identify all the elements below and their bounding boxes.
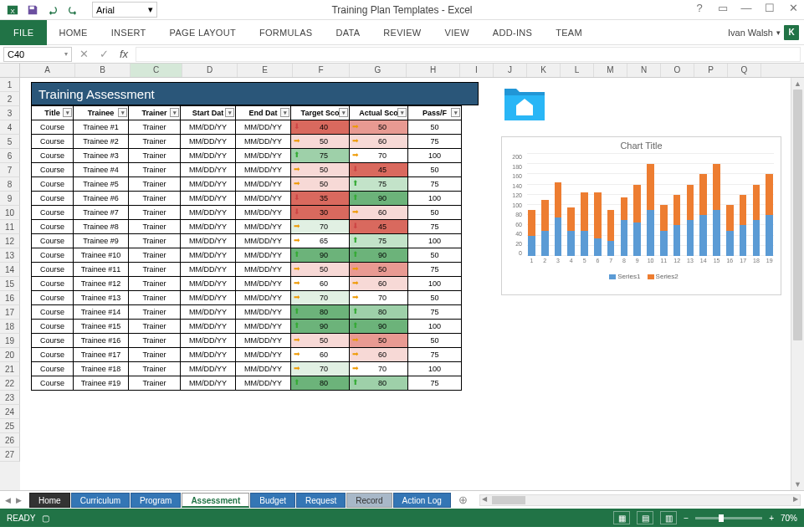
- row-header[interactable]: 22: [0, 376, 20, 391]
- column-header[interactable]: M: [594, 64, 627, 77]
- column-header-title[interactable]: Title▾: [32, 106, 74, 120]
- scroll-right-icon[interactable]: ▶: [793, 495, 798, 503]
- column-header[interactable]: D: [182, 64, 238, 77]
- row-header[interactable]: 7: [0, 163, 20, 177]
- column-header[interactable]: L: [561, 64, 594, 77]
- column-header-start-dat[interactable]: Start Dat▾: [181, 106, 236, 120]
- table-row[interactable]: CourseTrainee #17TrainerMM/DD/YYMM/DD/YY…: [32, 348, 462, 362]
- column-header[interactable]: O: [661, 64, 694, 77]
- redo-icon[interactable]: [64, 2, 82, 18]
- row-header[interactable]: 21: [0, 362, 20, 376]
- row-header[interactable]: 16: [0, 291, 20, 305]
- row-header[interactable]: 12: [0, 234, 20, 248]
- sheet-tab-assessment[interactable]: Assessment: [182, 493, 249, 508]
- chart-bar[interactable]: [580, 154, 589, 256]
- row-header[interactable]: 3: [0, 106, 20, 120]
- horizontal-scrollbar[interactable]: ◀ ▶: [479, 494, 801, 506]
- table-row[interactable]: CourseTrainee #7TrainerMM/DD/YYMM/DD/YY⬇…: [32, 206, 462, 220]
- normal-view-button[interactable]: ▦: [613, 511, 630, 524]
- table-row[interactable]: CourseTrainee #19TrainerMM/DD/YYMM/DD/YY…: [32, 376, 462, 391]
- column-header[interactable]: K: [527, 64, 561, 77]
- row-header[interactable]: 10: [0, 206, 20, 220]
- column-header-trainer[interactable]: Trainer▾: [129, 106, 181, 120]
- column-header[interactable]: F: [293, 64, 350, 77]
- column-header-trainee[interactable]: Trainee▾: [74, 106, 129, 120]
- chart-bar[interactable]: [566, 154, 576, 256]
- maximize-icon[interactable]: ☐: [762, 2, 777, 14]
- close-icon[interactable]: ✕: [786, 2, 801, 14]
- row-header[interactable]: 20: [0, 348, 20, 362]
- filter-dropdown-icon[interactable]: ▾: [118, 108, 127, 117]
- table-row[interactable]: CourseTrainee #16TrainerMM/DD/YYMM/DD/YY…: [32, 334, 462, 348]
- filter-dropdown-icon[interactable]: ▾: [397, 108, 407, 117]
- chart-bar[interactable]: [632, 154, 642, 256]
- chart-bar[interactable]: [646, 154, 655, 256]
- ribbon-tab-page-layout[interactable]: PAGE LAYOUT: [158, 20, 248, 45]
- sheet-tab-program[interactable]: Program: [131, 493, 181, 508]
- table-row[interactable]: CourseTrainee #9TrainerMM/DD/YYMM/DD/YY➡…: [32, 234, 462, 248]
- chart-bar[interactable]: [554, 154, 563, 256]
- minimize-icon[interactable]: —: [739, 2, 754, 14]
- page-layout-view-button[interactable]: ▤: [637, 511, 653, 524]
- nav-next-icon[interactable]: ▶: [14, 496, 23, 504]
- row-header[interactable]: 8: [0, 177, 20, 192]
- ribbon-options-icon[interactable]: ▭: [715, 2, 730, 14]
- zoom-out-button[interactable]: −: [684, 514, 689, 523]
- select-all-button[interactable]: [0, 64, 20, 77]
- row-header[interactable]: 13: [0, 248, 20, 263]
- sheet-tab-record[interactable]: Record: [346, 493, 392, 508]
- fx-icon[interactable]: fx: [115, 48, 132, 60]
- column-header[interactable]: J: [494, 64, 527, 77]
- zoom-in-button[interactable]: +: [769, 514, 774, 523]
- table-row[interactable]: CourseTrainee #3TrainerMM/DD/YYMM/DD/YY⬆…: [32, 149, 462, 163]
- ribbon-tab-home[interactable]: HOME: [47, 20, 99, 45]
- column-header[interactable]: P: [694, 64, 728, 77]
- help-icon[interactable]: ?: [692, 2, 707, 14]
- filter-dropdown-icon[interactable]: ▾: [280, 108, 289, 117]
- zoom-slider[interactable]: [695, 517, 762, 519]
- ribbon-tab-team[interactable]: TEAM: [544, 20, 594, 45]
- ribbon-tab-insert[interactable]: INSERT: [100, 20, 158, 45]
- row-header[interactable]: 19: [0, 334, 20, 348]
- row-header[interactable]: 5: [0, 135, 20, 149]
- table-row[interactable]: CourseTrainee #5TrainerMM/DD/YYMM/DD/YY➡…: [32, 177, 462, 192]
- chart-bar[interactable]: [699, 154, 708, 256]
- row-header[interactable]: 15: [0, 277, 20, 291]
- chart-bar[interactable]: [620, 154, 629, 256]
- enter-formula-icon[interactable]: ✓: [95, 48, 112, 60]
- table-row[interactable]: CourseTrainee #8TrainerMM/DD/YYMM/DD/YY➡…: [32, 220, 462, 234]
- row-header[interactable]: 17: [0, 305, 20, 320]
- table-row[interactable]: CourseTrainee #4TrainerMM/DD/YYMM/DD/YY➡…: [32, 163, 462, 177]
- ribbon-tab-review[interactable]: REVIEW: [371, 20, 433, 45]
- chart[interactable]: Chart Title 200180160140120100806040200 …: [501, 136, 781, 295]
- column-header[interactable]: B: [75, 64, 131, 77]
- column-header-pass-f[interactable]: Pass/F▾: [408, 106, 462, 120]
- undo-icon[interactable]: [44, 2, 62, 18]
- row-header[interactable]: 9: [0, 192, 20, 206]
- cancel-formula-icon[interactable]: ✕: [75, 48, 92, 60]
- filter-dropdown-icon[interactable]: ▾: [170, 108, 179, 117]
- account-user[interactable]: Ivan Walsh ▾ K: [728, 25, 799, 40]
- zoom-level[interactable]: 70%: [781, 514, 797, 523]
- ribbon-tab-formulas[interactable]: FORMULAS: [248, 20, 325, 45]
- table-row[interactable]: CourseTrainee #18TrainerMM/DD/YYMM/DD/YY…: [32, 362, 462, 376]
- table-row[interactable]: CourseTrainee #1TrainerMM/DD/YYMM/DD/YY⬇…: [32, 120, 462, 135]
- row-header[interactable]: 6: [0, 149, 20, 163]
- chart-bar[interactable]: [739, 154, 748, 256]
- scrollbar-thumb[interactable]: [793, 90, 802, 340]
- row-header[interactable]: 14: [0, 263, 20, 277]
- column-header[interactable]: G: [350, 64, 407, 77]
- filter-dropdown-icon[interactable]: ▾: [63, 108, 72, 117]
- ribbon-tab-view[interactable]: VIEW: [433, 20, 481, 45]
- table-row[interactable]: CourseTrainee #15TrainerMM/DD/YYMM/DD/YY…: [32, 320, 462, 334]
- name-box[interactable]: C40 ▾: [3, 47, 72, 62]
- column-header[interactable]: A: [20, 64, 75, 77]
- scrollbar-thumb[interactable]: [492, 496, 525, 504]
- row-header[interactable]: 23: [0, 391, 20, 405]
- table-row[interactable]: CourseTrainee #2TrainerMM/DD/YYMM/DD/YY➡…: [32, 135, 462, 149]
- ribbon-tab-file[interactable]: FILE: [0, 20, 47, 45]
- sheet-tab-home[interactable]: Home: [29, 493, 70, 508]
- table-row[interactable]: CourseTrainee #14TrainerMM/DD/YYMM/DD/YY…: [32, 305, 462, 320]
- column-header[interactable]: C: [131, 64, 182, 77]
- save-icon[interactable]: [23, 2, 42, 18]
